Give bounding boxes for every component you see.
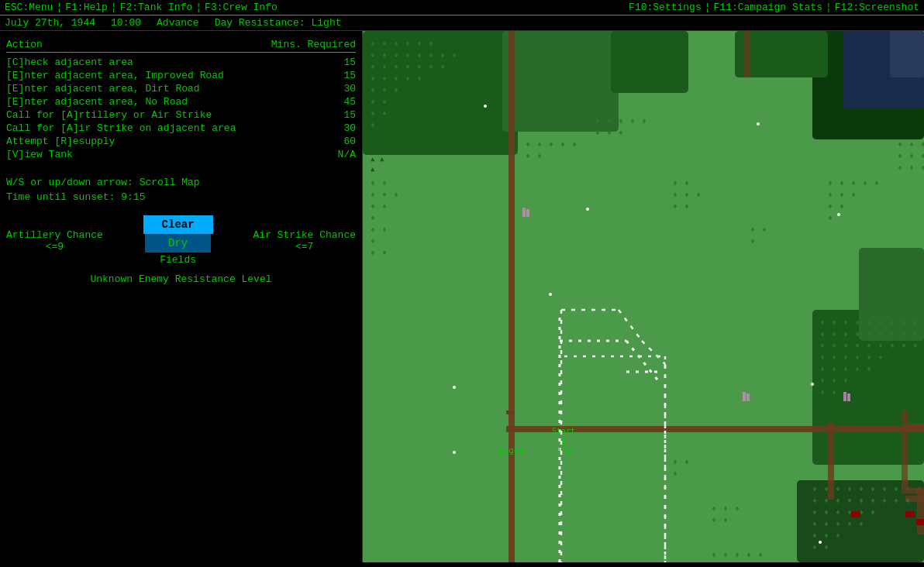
menu-f11[interactable]: F11:Campaign Stats bbox=[714, 2, 822, 13]
svg-point-218 bbox=[837, 213, 840, 216]
action-label-0: [C]heck adjacent area bbox=[6, 57, 133, 68]
svg-text:♦: ♦ bbox=[684, 179, 689, 187]
action-mins-4: 15 bbox=[325, 109, 356, 121]
map-svg: ♦♦♦ ♦♦♦ ♦♦♦ ♦♦♦ ♦♦ ♦♦♦ ♦♦♦ ♦ ♦♦♦ ♦♦ ♦♦♦ … bbox=[363, 31, 924, 562]
svg-text:♦: ♦ bbox=[859, 497, 864, 505]
action-row-4[interactable]: Call for [A]rtillery or Air Strike15 bbox=[6, 108, 356, 122]
svg-text:♦: ♦ bbox=[820, 353, 825, 362]
svg-text:▲: ▲ bbox=[371, 155, 375, 163]
svg-rect-243 bbox=[847, 393, 850, 401]
arty-chance-row: Artillery Chance <=9 Clear Dry Fields Ai… bbox=[6, 215, 356, 266]
artillery-chance-label: Artillery Chance bbox=[6, 229, 103, 241]
svg-rect-245 bbox=[905, 511, 915, 517]
svg-text:▲: ▲ bbox=[371, 145, 375, 153]
svg-text:♦: ♦ bbox=[820, 330, 825, 338]
svg-text:♦: ♦ bbox=[382, 202, 387, 211]
action-row-3[interactable]: [E]nter adjacent area, No Road45 bbox=[6, 95, 356, 108]
svg-text:♦: ♦ bbox=[832, 376, 836, 385]
svg-text:♦: ♦ bbox=[847, 497, 852, 505]
mode-display: Advance bbox=[157, 17, 199, 29]
svg-text:♦: ♦ bbox=[440, 63, 445, 71]
svg-text:♦: ♦ bbox=[909, 140, 914, 149]
svg-text:♦: ♦ bbox=[371, 40, 375, 48]
weather-clear-label: Clear bbox=[143, 215, 213, 234]
svg-text:♦: ♦ bbox=[371, 214, 375, 222]
svg-text:♦: ♦ bbox=[673, 179, 677, 187]
weather-fields-label: Fields bbox=[160, 254, 196, 266]
menu-f1[interactable]: F1:Help bbox=[65, 2, 108, 13]
svg-text:♦: ♦ bbox=[843, 376, 848, 385]
action-mins-5: 30 bbox=[325, 122, 356, 134]
action-label-6: Attempt [R]esupply bbox=[6, 136, 115, 147]
svg-text:♦: ♦ bbox=[921, 163, 924, 172]
action-row-0[interactable]: [C]heck adjacent area15 bbox=[6, 56, 356, 69]
action-label-3: [E]nter adjacent area, No Road bbox=[6, 96, 188, 108]
action-header-row: Action Mins. Required bbox=[6, 39, 356, 53]
svg-text:♦: ♦ bbox=[712, 551, 716, 559]
action-row-1[interactable]: [E]nter adjacent area, Improved Road15 bbox=[6, 69, 356, 82]
svg-text:♦: ♦ bbox=[921, 140, 924, 149]
svg-text:♦: ♦ bbox=[394, 40, 398, 48]
menu-f10[interactable]: F10:Settings bbox=[629, 2, 702, 13]
svg-text:♦: ♦ bbox=[843, 330, 848, 338]
action-row-7[interactable]: [V]iew TankN/A bbox=[6, 148, 356, 161]
svg-point-219 bbox=[549, 293, 552, 296]
svg-text:♦: ♦ bbox=[855, 365, 860, 373]
svg-point-221 bbox=[811, 383, 814, 386]
svg-text:♦: ♦ bbox=[526, 140, 530, 149]
svg-text:♦: ♦ bbox=[371, 249, 375, 257]
svg-text:♦: ♦ bbox=[572, 140, 577, 149]
menu-f3[interactable]: F3:Crew Info bbox=[205, 2, 278, 13]
svg-rect-237 bbox=[744, 31, 750, 77]
svg-text:♦: ♦ bbox=[526, 152, 530, 160]
svg-text:♦: ♦ bbox=[832, 342, 836, 350]
svg-text:♦: ♦ bbox=[832, 318, 836, 327]
action-row-6[interactable]: Attempt [R]esupply60 bbox=[6, 135, 356, 148]
svg-text:♦: ♦ bbox=[537, 140, 542, 149]
action-row-5[interactable]: Call for [A]ir Strike on adjacent area30 bbox=[6, 122, 356, 135]
map-panel[interactable]: ♦♦♦ ♦♦♦ ♦♦♦ ♦♦♦ ♦♦ ♦♦♦ ♦♦♦ ♦ ♦♦♦ ♦♦ ♦♦♦ … bbox=[363, 31, 924, 562]
svg-text:♦: ♦ bbox=[684, 458, 689, 466]
svg-text:♦: ♦ bbox=[824, 531, 829, 540]
svg-text:♦: ♦ bbox=[371, 225, 375, 234]
svg-text:♦: ♦ bbox=[382, 40, 387, 48]
sunset-info: Time until sunset: 9:15 bbox=[6, 191, 356, 203]
svg-text:♦: ♦ bbox=[840, 179, 844, 187]
svg-text:♦: ♦ bbox=[871, 497, 875, 505]
svg-text:♦: ♦ bbox=[394, 86, 398, 94]
svg-text:♦: ♦ bbox=[851, 191, 856, 199]
svg-text:♦: ♦ bbox=[382, 98, 387, 106]
svg-text:♦: ♦ bbox=[878, 318, 883, 327]
menu-f12[interactable]: F12:Screenshot bbox=[835, 2, 919, 13]
action-mins-7: N/A bbox=[325, 149, 356, 160]
svg-text:♦: ♦ bbox=[712, 504, 716, 513]
svg-text:♦: ♦ bbox=[405, 51, 410, 60]
svg-text:♦: ♦ bbox=[832, 388, 836, 397]
svg-text:♦: ♦ bbox=[812, 520, 817, 528]
svg-text:♦: ♦ bbox=[758, 551, 763, 559]
menu-esc[interactable]: ESC:Menu bbox=[5, 2, 53, 13]
svg-rect-238 bbox=[522, 208, 526, 217]
menu-f2[interactable]: F2:Tank Info bbox=[120, 2, 193, 13]
svg-text:♦: ♦ bbox=[890, 330, 895, 338]
action-mins-0: 15 bbox=[325, 57, 356, 68]
svg-text:♦: ♦ bbox=[405, 63, 410, 71]
svg-text:♦: ♦ bbox=[828, 202, 833, 211]
svg-text:♦: ♦ bbox=[867, 342, 871, 350]
svg-text:♦: ♦ bbox=[878, 330, 883, 338]
svg-text:♦: ♦ bbox=[913, 318, 918, 327]
svg-text:Light: Light bbox=[498, 445, 524, 455]
action-row-2[interactable]: [E]nter adjacent area, Dirt Road30 bbox=[6, 82, 356, 95]
svg-text:♦: ♦ bbox=[902, 330, 906, 338]
svg-text:♦: ♦ bbox=[921, 152, 924, 160]
svg-rect-12 bbox=[509, 31, 515, 562]
svg-text:♦: ♦ bbox=[855, 353, 860, 362]
svg-text:♦: ♦ bbox=[840, 191, 844, 199]
svg-text:♦: ♦ bbox=[417, 63, 422, 71]
svg-text:♦: ♦ bbox=[595, 129, 600, 137]
svg-text:♦: ♦ bbox=[882, 497, 887, 505]
svg-rect-234 bbox=[902, 411, 908, 488]
time-display: 10:00 bbox=[111, 17, 141, 29]
svg-text:♦: ♦ bbox=[855, 342, 860, 350]
svg-text:♦: ♦ bbox=[371, 237, 375, 246]
